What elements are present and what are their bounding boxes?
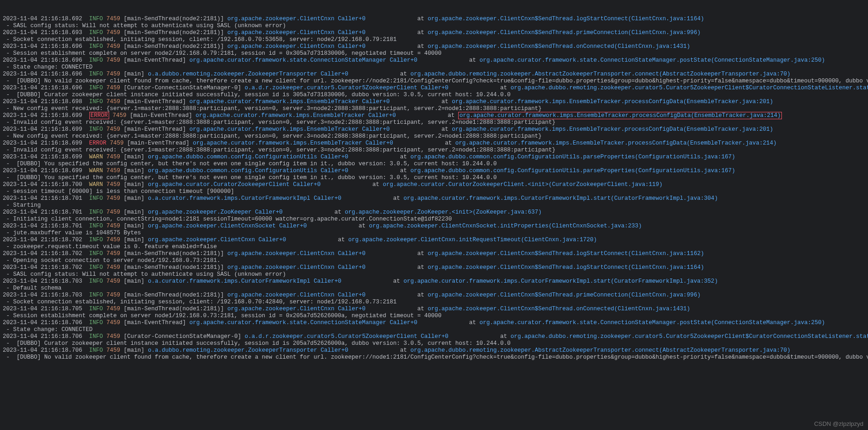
log-pid: 7459 xyxy=(106,250,120,257)
log-line: 2023-11-04 21:16:18.702 INFO 7459 [main]… xyxy=(3,237,865,244)
log-source: org.apache.curator.framework.imps.Curato… xyxy=(403,278,718,285)
log-message: - New config event received: {server.1=m… xyxy=(3,105,542,112)
log-line: - [DUBBO] No valid zookeeper client foun… xyxy=(3,78,865,85)
log-line: - zookeeper.request.timeout value is 0. … xyxy=(3,244,865,250)
log-message: - State change: CONNECTED xyxy=(3,326,93,333)
log-message: - Invalid config event received: {server… xyxy=(3,147,555,153)
log-timestamp: 2023-11-04 21:16:18.706 xyxy=(3,320,82,326)
log-thread: [main-SendThread(node1:2181)] xyxy=(124,264,224,271)
log-at: at xyxy=(442,99,452,105)
log-line: 2023-11-04 21:16:18.699 ERROR 7459 [main… xyxy=(3,140,865,147)
log-thread: [main-EventThread] xyxy=(124,320,186,326)
log-level: INFO xyxy=(89,57,103,64)
log-message: - [DUBBO] No valid zookeeper client foun… xyxy=(3,354,868,360)
log-message: - SASL config status: Will not attempt t… xyxy=(3,23,286,29)
log-line: - jute.maxbuffer value is 1048575 Bytes xyxy=(3,230,865,237)
log-at: at xyxy=(334,209,345,215)
log-message: - zookeeper.request.timeout value is 0. … xyxy=(3,244,217,250)
log-line: 2023-11-04 21:16:18.706 INFO 7459 [main]… xyxy=(3,347,865,354)
log-logger: org.apache.curator.framework.imps.Ensemb… xyxy=(189,99,390,105)
log-timestamp: 2023-11-04 21:16:18.701 xyxy=(3,209,82,215)
log-pid: 7459 xyxy=(106,126,120,133)
log-thread: [main-SendThread(node2:2181)] xyxy=(124,16,224,22)
log-message: - Socket connection established, initiat… xyxy=(3,36,396,43)
log-thread: [main] xyxy=(124,209,145,215)
log-at: at xyxy=(442,126,452,133)
log-pid: 7459 xyxy=(106,333,120,340)
log-source: org.apache.zookeeper.ClientCnxn$SendThre… xyxy=(428,306,690,312)
log-level: WARN xyxy=(89,168,103,174)
log-timestamp: 2023-11-04 21:16:18.705 xyxy=(3,306,82,312)
log-at: at xyxy=(373,181,383,188)
log-level: INFO xyxy=(89,71,103,77)
log-timestamp: 2023-11-04 21:16:18.699 xyxy=(3,112,82,119)
log-line: - Initiating client connection, connectS… xyxy=(3,216,865,223)
log-source: org.apache.zookeeper.ZooKeeper.<init>(Zo… xyxy=(345,209,542,215)
log-level: INFO xyxy=(89,209,103,215)
log-level: INFO xyxy=(89,264,103,271)
log-source: org.apache.curator.framework.imps.Ensemb… xyxy=(455,140,777,146)
log-pid: 7459 xyxy=(106,278,120,285)
log-level: INFO xyxy=(89,292,103,298)
log-timestamp: 2023-11-04 21:16:18.703 xyxy=(3,292,82,298)
log-timestamp: 2023-11-04 21:16:18.692 xyxy=(3,16,82,22)
log-pid: 7459 xyxy=(110,140,124,146)
log-message: - [DUBBO] No valid zookeeper client foun… xyxy=(3,78,868,84)
log-line: - Socket connection established, initiat… xyxy=(3,299,865,306)
log-thread: [main] xyxy=(124,181,145,188)
log-source: org.apache.curator.framework.state.Conne… xyxy=(479,320,825,326)
log-pid: 7459 xyxy=(106,99,120,105)
log-source: org.apache.dubbo.remoting.zookeeper.Abst… xyxy=(410,71,790,77)
log-line: - Invalid config event received: {server… xyxy=(3,147,865,154)
log-line: - [DUBBO] Curator zookeeper client insta… xyxy=(3,340,865,347)
log-level: INFO xyxy=(89,43,103,50)
log-timestamp: 2023-11-04 21:16:18.696 xyxy=(3,43,82,50)
log-message: - Default schema xyxy=(3,285,62,291)
log-timestamp: 2023-11-04 21:16:18.702 xyxy=(3,264,82,271)
log-thread: [main] xyxy=(124,154,145,160)
log-pid: 7459 xyxy=(106,29,120,36)
log-logger: o.a.curator.framework.imps.CuratorFramew… xyxy=(148,278,341,285)
log-level: INFO xyxy=(89,195,103,202)
log-timestamp: 2023-11-04 21:16:18.702 xyxy=(3,250,82,257)
log-pid: 7459 xyxy=(106,306,120,312)
log-source: org.apache.curator.framework.imps.Ensemb… xyxy=(458,112,782,119)
log-thread: [main-SendThread(node1:2181)] xyxy=(124,250,224,257)
log-pid: 7459 xyxy=(106,43,120,50)
log-pid: 7459 xyxy=(106,16,120,22)
log-thread: [main-SendThread(node1:2181)] xyxy=(124,292,224,298)
log-pid: 7459 xyxy=(106,320,120,326)
log-logger: o.a.curator.framework.imps.CuratorFramew… xyxy=(148,195,341,202)
log-message: - Starting xyxy=(3,202,41,209)
log-line: 2023-11-04 21:16:18.703 INFO 7459 [main]… xyxy=(3,278,865,285)
log-logger: org.apache.zookeeper.ClientCnxn Caller+0 xyxy=(227,292,366,298)
log-line: - SASL config status: Will not attempt t… xyxy=(3,271,865,278)
log-timestamp: 2023-11-04 21:16:18.699 xyxy=(3,126,82,133)
log-line: 2023-11-04 21:16:18.696 INFO 7459 [Curat… xyxy=(3,85,865,92)
log-pid: 7459 xyxy=(106,85,120,91)
log-line: 2023-11-04 21:16:18.693 INFO 7459 [main-… xyxy=(3,29,865,36)
log-message: - Session establishment complete on serv… xyxy=(3,50,442,57)
log-logger: org.apache.curator.framework.imps.Ensemb… xyxy=(189,126,390,133)
log-at: at xyxy=(417,29,428,36)
log-line: - Invalid config event received: {server… xyxy=(3,119,865,126)
log-line: 2023-11-04 21:16:18.696 INFO 7459 [main-… xyxy=(3,43,865,50)
log-level: INFO xyxy=(89,237,103,243)
log-at: at xyxy=(417,43,428,50)
log-line: 2023-11-04 21:16:18.701 INFO 7459 [main]… xyxy=(3,209,865,216)
log-line: 2023-11-04 21:16:18.702 INFO 7459 [main-… xyxy=(3,264,865,271)
log-source: org.apache.curator.framework.imps.Ensemb… xyxy=(452,99,773,105)
log-line: - Starting xyxy=(3,202,865,209)
log-line: - Default schema xyxy=(3,285,865,292)
log-at: at xyxy=(417,292,428,298)
log-logger: org.apache.dubbo.common.config.Configura… xyxy=(148,168,348,174)
log-thread: [Curator-ConnectionStateManager-0] xyxy=(124,333,241,340)
log-thread: [main] xyxy=(124,223,145,229)
log-message: - [DUBBO] Curator zookeeper client insta… xyxy=(3,340,511,347)
log-thread: [main-SendThread(node2:2181)] xyxy=(124,43,224,50)
log-line: - SASL config status: Will not attempt t… xyxy=(3,23,865,29)
log-at: at xyxy=(338,237,349,243)
log-level: WARN xyxy=(89,154,103,160)
log-pid: 7459 xyxy=(106,347,120,354)
log-logger: o.a.dubbo.remoting.zookeeper.ZookeeperTr… xyxy=(148,347,348,354)
